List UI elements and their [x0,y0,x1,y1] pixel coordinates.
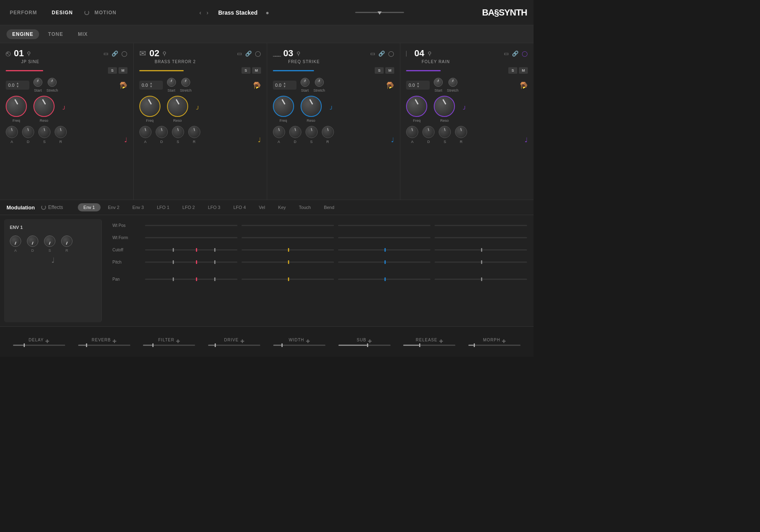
env-a-knob[interactable] [10,235,21,247]
panel-3-s-knob[interactable] [305,126,318,138]
panel-3-d-knob[interactable] [289,126,301,138]
panel-4-bird-icon[interactable]: 🪤 [520,81,528,89]
panel-4-start-knob[interactable] [434,78,443,87]
panel-3-freq-knob[interactable] [273,96,294,117]
panel-2-s-knob[interactable] [172,126,184,138]
panel-3-search-icon[interactable]: ⚲ [297,51,301,57]
panel-4-link-icon[interactable]: 🔗 [512,51,518,57]
panel-2-a-knob[interactable] [139,126,152,138]
preset-search-icon[interactable]: ● [266,9,269,16]
env-s-knob[interactable] [44,235,55,247]
panel-4-music-note[interactable]: ♩ [525,136,528,144]
mod-lane-pitch-4[interactable] [435,262,527,263]
panel-4-power-icon[interactable]: ◯ [522,51,528,57]
panel-2-tune-box[interactable]: 0.0 ▲ ▼ [139,81,163,90]
mod-lane-cutoff-3[interactable] [338,249,431,251]
panel-4-settings-icon[interactable]: ▭ [504,51,509,57]
fx-drive-add-icon[interactable]: ✚ [240,339,244,344]
env-d-knob[interactable] [27,235,38,247]
fx-release-slider[interactable] [403,345,455,346]
volume-track[interactable] [355,12,404,13]
mod-lane-pan-1[interactable] [145,279,237,280]
panel-4-r-knob[interactable] [455,126,467,138]
panel-2-reso-knob[interactable] [167,96,188,117]
panel-3-music-note[interactable]: ♩ [391,136,394,144]
mod-tab-bend[interactable]: Bend [318,203,340,211]
panel-3-vol-bar[interactable] [273,70,372,71]
subnav-tone[interactable]: TONE [42,29,69,39]
mod-tab-lfo2[interactable]: LFO 2 [177,203,201,211]
panel-1-power-icon[interactable]: ◯ [121,51,127,57]
mod-tab-vel[interactable]: Vel [253,203,271,211]
fx-delay-slider[interactable] [13,345,65,346]
panel-2-stretch-knob[interactable] [181,78,190,87]
panel-1-start-knob[interactable] [33,78,42,87]
panel-3-solo-button[interactable]: S [375,67,384,74]
mod-tab-lfo1[interactable]: LFO 1 [151,203,175,211]
mod-lane-wtpos-1[interactable] [145,225,237,226]
mod-lane-pan-3[interactable] [338,279,431,280]
panel-2-d-knob[interactable] [156,126,168,138]
mod-lane-wtform-3[interactable] [338,237,431,238]
panel-3-r-knob[interactable] [322,126,334,138]
mod-lane-wtform-2[interactable] [242,237,334,238]
panel-1-a-knob[interactable] [6,126,18,138]
panel-3-filter-shape[interactable]: ╯ [330,106,333,112]
panel-4-tune-box[interactable]: 0.0 ▲ ▼ [406,81,430,90]
panel-3-start-knob[interactable] [301,78,310,87]
motion-power-icon[interactable] [84,10,89,15]
mod-lane-wtform-4[interactable] [435,237,527,238]
panel-2-freq-knob[interactable] [139,96,160,117]
panel-1-d-knob[interactable] [22,126,34,138]
panel-2-filter-shape[interactable]: ╯ [196,106,200,112]
mod-lane-cutoff-1[interactable] [145,249,237,251]
panel-4-a-knob[interactable] [406,126,418,138]
panel-1-tune-box[interactable]: 0.0 ▲ ▼ [6,81,29,90]
panel-2-r-knob[interactable] [188,126,200,138]
panel-4-vol-bar[interactable] [406,70,505,71]
panel-3-tune-arrows[interactable]: ▲ ▼ [283,82,286,88]
mod-tab-touch[interactable]: Touch [293,203,316,211]
panel-2-settings-icon[interactable]: ▭ [237,51,242,57]
mod-lane-wtpos-2[interactable] [242,225,334,226]
mod-lane-pan-2[interactable] [242,279,334,280]
panel-2-music-note[interactable]: ♩ [258,136,261,144]
panel-4-stretch-knob[interactable] [448,78,457,87]
effects-toggle[interactable]: Effects [41,204,63,210]
panel-4-d-knob[interactable] [422,126,435,138]
fx-release-add-icon[interactable]: ✚ [439,339,443,344]
fx-filter-add-icon[interactable]: ✚ [176,339,180,344]
panel-1-r-knob[interactable] [55,126,67,138]
panel-1-solo-button[interactable]: S [108,67,117,74]
nav-perform[interactable]: PERFORM [7,8,40,17]
panel-1-search-icon[interactable]: ⚲ [27,51,31,57]
mod-lane-pitch-2[interactable] [242,262,334,263]
prev-preset-button[interactable]: ‹ [198,9,203,17]
panel-4-reso-knob[interactable] [434,96,455,117]
panel-1-mute-button[interactable]: M [119,67,127,74]
panel-1-freq-knob[interactable] [6,96,27,117]
panel-4-solo-button[interactable]: S [508,67,517,74]
panel-2-search-icon[interactable]: ⚲ [163,51,167,57]
panel-2-mute-button[interactable]: M [252,67,261,74]
panel-4-mute-button[interactable]: M [519,67,528,74]
panel-3-a-knob[interactable] [273,126,285,138]
subnav-engine[interactable]: ENGINE [7,29,39,39]
panel-2-tune-arrows[interactable]: ▲ ▼ [149,82,153,88]
panel-4-search-icon[interactable]: ⚲ [428,51,432,57]
mod-lane-pitch-3[interactable] [338,262,431,263]
panel-1-reso-knob[interactable] [33,96,55,117]
panel-2-start-knob[interactable] [167,78,176,87]
panel-3-reso-knob[interactable] [301,96,322,117]
mod-lane-wtform-1[interactable] [145,237,237,238]
panel-4-tune-arrows[interactable]: ▲ ▼ [417,82,420,88]
mod-tab-env2[interactable]: Env 2 [102,203,125,211]
panel-3-link-icon[interactable]: 🔗 [378,51,385,57]
mod-lane-pan-4[interactable] [435,279,527,280]
mod-lane-cutoff-2[interactable] [242,249,334,251]
fx-delay-add-icon[interactable]: ✚ [45,339,49,344]
panel-3-power-icon[interactable]: ◯ [388,51,394,57]
panel-2-vol-bar[interactable] [139,70,238,71]
mod-lane-cutoff-4[interactable] [435,249,527,251]
subnav-mix[interactable]: MIX [72,29,93,39]
